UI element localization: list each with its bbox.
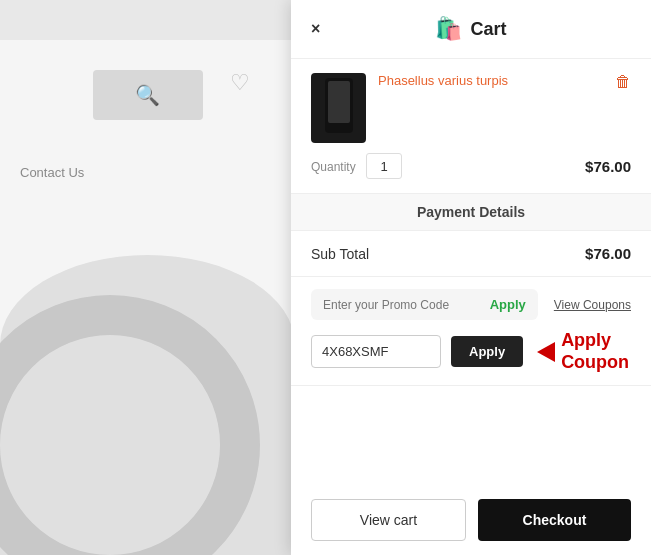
promo-input-wrapper: Apply: [311, 289, 538, 320]
arrow-apply-label: Apply Coupon: [533, 330, 629, 373]
background-page: 🔍 ♡ Contact Us: [0, 0, 295, 555]
apply-coupon-annotation: Apply Coupon: [561, 330, 629, 373]
contact-us-link[interactable]: Contact Us: [20, 165, 84, 180]
cart-item-info: Phasellus varius turpis: [378, 73, 603, 92]
view-coupons-link[interactable]: View Coupons: [554, 298, 631, 312]
cart-close-button[interactable]: ×: [311, 20, 320, 38]
checkout-button[interactable]: Checkout: [478, 499, 631, 541]
quantity-wrapper: Quantity: [311, 153, 402, 179]
top-bar: [0, 0, 295, 40]
apply-coupon-button[interactable]: Apply: [451, 336, 523, 367]
bottom-buttons: View cart Checkout: [291, 485, 651, 555]
subtotal-label: Sub Total: [311, 246, 369, 262]
cart-item-name: Phasellus varius turpis: [378, 73, 603, 88]
quantity-input[interactable]: [366, 153, 402, 179]
cart-item-row: Phasellus varius turpis 🗑: [311, 73, 631, 143]
cart-panel: × 🛍️ Cart Phasellus varius turpis 🗑 Quan…: [291, 0, 651, 555]
apply-coupon-text-line2: Coupon: [561, 352, 629, 374]
cart-item: Phasellus varius turpis 🗑 Quantity $76.0…: [291, 59, 651, 194]
promo-code-input[interactable]: [323, 298, 490, 312]
phone-screen: [328, 81, 350, 123]
promo-section: Apply View Coupons Apply Apply Coupon: [291, 277, 651, 386]
cart-item-delete-button[interactable]: 🗑: [615, 73, 631, 91]
cart-item-image: [311, 73, 366, 143]
apply-coupon-text-line1: Apply: [561, 330, 629, 352]
promo-row: Apply View Coupons: [311, 289, 631, 320]
cart-item-quantity-row: Quantity $76.00: [311, 153, 631, 179]
red-arrow-icon: [537, 342, 555, 362]
payment-details-title: Payment Details: [417, 204, 525, 220]
view-cart-button[interactable]: View cart: [311, 499, 466, 541]
cart-header: × 🛍️ Cart: [291, 0, 651, 59]
quantity-label: Quantity: [311, 160, 356, 174]
heart-icon: ♡: [230, 70, 250, 96]
coupon-code-input[interactable]: [311, 335, 441, 368]
subtotal-row: Sub Total $76.00: [291, 231, 651, 277]
headphones-circle: [0, 295, 260, 555]
search-box: 🔍: [93, 70, 203, 120]
cart-title: Cart: [470, 19, 506, 40]
cart-bag-icon: 🛍️: [435, 16, 462, 42]
subtotal-price: $76.00: [585, 245, 631, 262]
item-price: $76.00: [585, 158, 631, 175]
coupon-apply-row: Apply Apply Coupon: [311, 330, 631, 373]
headphones-image: [0, 255, 295, 555]
search-icon: 🔍: [135, 83, 160, 107]
payment-details-bar: Payment Details: [291, 194, 651, 231]
cart-title-wrapper: 🛍️ Cart: [435, 16, 506, 42]
promo-apply-button[interactable]: Apply: [490, 297, 526, 312]
